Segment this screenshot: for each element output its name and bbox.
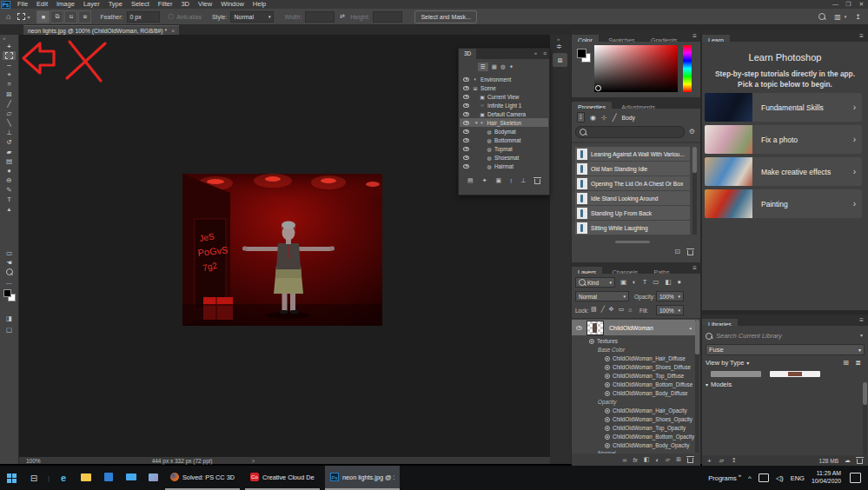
3d-light-icon[interactable]: ✦ — [482, 177, 487, 184]
3d-item-infinite-light[interactable]: ☼Infinite Light 1 — [460, 101, 548, 109]
pose-mode-icon[interactable]: ⟟ — [577, 112, 585, 122]
color-panel-menu-icon[interactable]: ≡ — [692, 33, 697, 40]
eye-icon[interactable] — [605, 374, 610, 379]
eye-icon[interactable] — [463, 77, 469, 82]
3d-ground-icon[interactable]: ⊥ — [520, 177, 526, 184]
3d-item-bodymat[interactable]: ◍Bodymat — [460, 127, 548, 136]
eye-icon[interactable] — [605, 356, 610, 361]
animation-item[interactable]: Old Man Standing Idle — [575, 162, 690, 175]
delete-layer-icon[interactable] — [687, 456, 693, 463]
history-brush-tool[interactable]: ↺ — [3, 137, 16, 146]
3d-delete-icon[interactable] — [534, 177, 540, 184]
eye-icon[interactable] — [463, 147, 469, 151]
color-field-cursor[interactable] — [595, 85, 601, 91]
3d-item-environment[interactable]: ◐Environment — [460, 75, 548, 83]
3d-item-hair-skeleton[interactable]: ▾⌖Hair_Skeleton — [460, 118, 548, 127]
texture-row[interactable]: ChildOldWoman_Bottom_Diffuse — [605, 381, 692, 387]
textures-row[interactable]: Textures — [589, 338, 618, 344]
mail-icon[interactable] — [120, 473, 142, 482]
library-item-partial[interactable] — [770, 371, 820, 377]
tab-close-icon[interactable]: × — [171, 28, 175, 34]
blend-mode-select[interactable]: Normal▾ — [575, 291, 629, 301]
view-by-type-select[interactable]: View by Type▾ — [706, 359, 749, 367]
gear-icon[interactable]: ⚙ — [689, 128, 695, 136]
taskbar-window-photoshop[interactable]: Ps neon lights.jpg @ 1... — [325, 466, 400, 490]
eye-icon[interactable] — [605, 382, 610, 387]
programs-toolbar[interactable]: Programs — [708, 474, 737, 482]
new-group-icon[interactable]: ▱ — [666, 456, 670, 463]
eye-icon[interactable] — [463, 95, 469, 99]
eye-icon[interactable] — [576, 326, 582, 330]
3d-filter-scene-icon[interactable]: ☰ — [478, 63, 488, 71]
menu-layer[interactable]: Layer — [79, 0, 104, 9]
color-field[interactable] — [594, 45, 678, 92]
filter-smart-objects-icon[interactable]: ◧ — [665, 278, 671, 286]
foreground-color-swatch[interactable] — [3, 289, 11, 297]
learn-card-make-creative-effects[interactable]: Make creative effects › — [705, 157, 862, 186]
eye-icon[interactable] — [605, 443, 610, 448]
toolbar-collapse-icon[interactable]: » — [3, 36, 5, 41]
new-layer-icon[interactable]: ⊞ — [676, 456, 681, 463]
crop-tool[interactable]: ⌗ — [3, 80, 16, 89]
texture-row[interactable]: ChildOldWoman_Hair_Diffuse — [605, 355, 686, 361]
learn-panel-menu-icon[interactable]: ≡ — [859, 33, 864, 40]
eyedropper-tool[interactable]: ╱ — [3, 99, 16, 108]
menu-select[interactable]: Select — [127, 0, 154, 9]
taskbar-window-firefox[interactable]: Solved: PS CC 3D - ... — [165, 466, 240, 490]
brush-mode-icon[interactable]: ╱ — [613, 114, 617, 122]
face-mode-icon[interactable]: ◉ — [590, 114, 596, 122]
3d-item-topmat[interactable]: ◍Topmat — [460, 144, 548, 153]
menu-3d[interactable]: 3D — [176, 0, 194, 9]
filter-toggle-icon[interactable]: ● — [677, 278, 681, 286]
taskbar-window-creative-cloud[interactable]: Co Creative Cloud Des... — [245, 466, 320, 490]
eye-icon[interactable] — [463, 164, 469, 169]
library-item-partial[interactable] — [711, 371, 761, 377]
clock[interactable]: 11:29 AM 10/04/2020 — [812, 470, 841, 486]
menu-edit[interactable]: Edit — [32, 0, 52, 9]
texture-row[interactable]: ChildOldWoman_Bottom_Opacity — [605, 434, 694, 440]
learn-card-fix-a-photo[interactable]: Fix a photo › — [705, 125, 862, 154]
eye-icon[interactable] — [605, 426, 610, 431]
expand-panels-icon[interactable]: » — [557, 36, 560, 42]
intersect-selection-mode[interactable]: ⧈ — [78, 10, 91, 23]
lock-all-icon[interactable]: ⌂ — [628, 307, 632, 313]
eye-icon[interactable] — [589, 339, 594, 344]
hue-slider[interactable] — [683, 45, 692, 92]
delete-animation-icon[interactable] — [687, 248, 693, 255]
clone-stamp-tool[interactable]: ⊥ — [3, 128, 16, 136]
opacity-input[interactable]: 100%▾ — [656, 291, 684, 301]
library-select[interactable]: Fuse▾ — [706, 344, 865, 355]
menu-type[interactable]: Type — [104, 0, 127, 9]
layer-thumbnail[interactable] — [586, 321, 604, 335]
brush-tool[interactable]: ╲ — [3, 118, 16, 127]
move-tool[interactable]: + — [3, 42, 16, 50]
menu-window[interactable]: Window — [216, 0, 248, 9]
search-chevron-icon[interactable]: ▾ — [860, 332, 863, 338]
healing-brush-tool[interactable]: ▱ — [3, 109, 16, 117]
eye-icon[interactable] — [463, 86, 469, 90]
texture-row[interactable]: ChildOldWoman_Shoes_Diffuse — [605, 364, 691, 370]
screen-mode-button[interactable]: ▢ — [3, 325, 16, 334]
object-selection-tool[interactable]: ⌖ — [3, 70, 16, 79]
texture-row[interactable]: ChildOldWoman_Top_Opacity — [605, 425, 686, 431]
hand-tool[interactable]: ☚ — [3, 258, 16, 267]
3d-render-icon[interactable]: ▣ — [496, 177, 502, 184]
grid-view-icon[interactable]: ⊞ — [843, 359, 849, 367]
eye-icon[interactable] — [463, 156, 469, 160]
3d-alert-icon[interactable]: ! — [510, 178, 512, 184]
3d-item-bottommat[interactable]: ◍Bottommat — [460, 136, 548, 144]
action-center-icon[interactable] — [850, 473, 861, 483]
zoom-level[interactable]: 100% — [26, 458, 41, 464]
3d-item-current-view[interactable]: ▣Current View — [460, 92, 548, 101]
fill-input[interactable]: 100%▾ — [656, 305, 684, 315]
animation-scrollbar[interactable] — [692, 147, 697, 235]
menu-help[interactable]: Help — [248, 0, 270, 9]
feather-input[interactable]: 0 px — [127, 11, 160, 23]
path-selection-tool[interactable]: ▴ — [3, 204, 16, 213]
share-icon[interactable]: ↥ — [855, 13, 861, 21]
eye-icon[interactable] — [463, 103, 469, 108]
network-icon[interactable] — [759, 473, 769, 482]
animation-hscrollbar[interactable] — [615, 241, 650, 243]
marquee-tool-icon[interactable] — [17, 13, 25, 20]
workspace-icon[interactable]: ▥ — [834, 13, 841, 21]
